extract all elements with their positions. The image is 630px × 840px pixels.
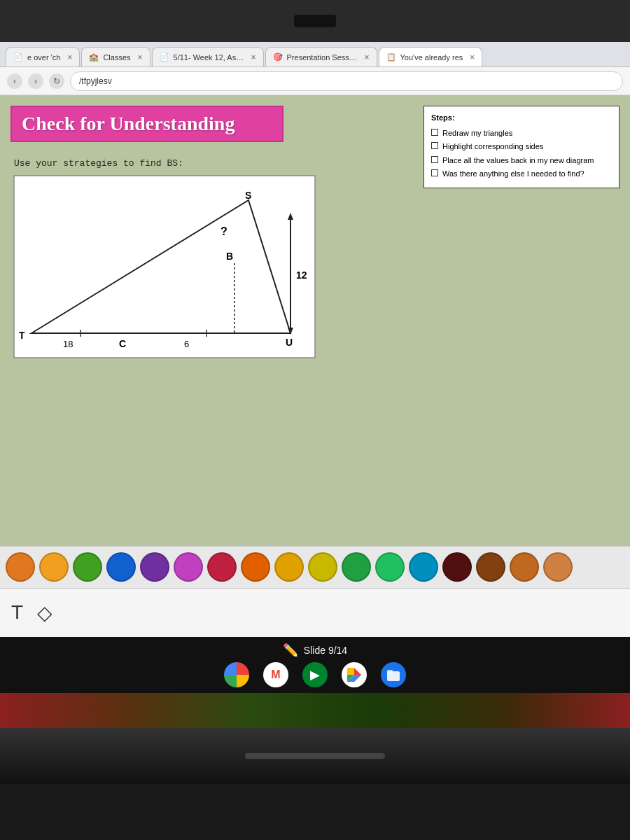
banner-text: Check for Understanding [22, 113, 234, 134]
tab-close-5[interactable]: × [470, 52, 475, 62]
laptop-bezel-bottom [0, 728, 630, 784]
gmail-letter: M [271, 668, 280, 681]
tab-close-2[interactable]: × [138, 52, 143, 62]
step-checkbox-3[interactable] [431, 156, 438, 163]
meet-icon-symbol: ▶ [310, 667, 320, 682]
label-T: T [19, 330, 25, 341]
subtitle: Use your strategies to find BS: [14, 158, 183, 169]
color-palette [0, 547, 630, 589]
step-item-4: Was there anything else I needed to find… [431, 168, 612, 181]
tab-label-5: You've already res [400, 53, 463, 62]
tab-label-1: e over 'ch [27, 53, 60, 62]
tab-assignment[interactable]: 📄 5/11- Week 12, Assignm × [152, 47, 264, 66]
step-checkbox-2[interactable] [431, 142, 438, 149]
steps-title: Steps: [431, 112, 612, 125]
tab-icon-2: 🏫 [89, 52, 99, 62]
color-dark-red[interactable] [442, 552, 472, 582]
play-taskbar-icon[interactable] [342, 662, 367, 687]
step-checkbox-1[interactable] [431, 129, 438, 136]
steps-box: Steps: Redraw my triangles Highlight cor… [424, 106, 620, 188]
tab-over-ch[interactable]: 📄 e over 'ch × [6, 47, 80, 66]
svg-marker-11 [347, 668, 354, 675]
decorative-strip [0, 693, 630, 728]
step-checkbox-4[interactable] [431, 169, 438, 176]
tab-label-2: Classes [103, 53, 130, 62]
url-text: /tfpyjlesv [79, 76, 112, 86]
slide-edit-icon: ✏️ [283, 643, 298, 658]
label-question: ? [220, 225, 227, 237]
step-label-2: Highlight corresponding sides [442, 141, 543, 153]
color-green[interactable] [73, 552, 102, 582]
address-bar[interactable]: /tfpyjlesv [70, 71, 623, 91]
step-label-3: Place all the values back in my new diag… [442, 155, 594, 167]
taskbar: ✏️ Slide 9/14 M ▶ [0, 637, 630, 693]
text-tool[interactable]: T [11, 601, 23, 624]
taskbar-icons: M ▶ [224, 662, 406, 687]
gmail-taskbar-icon[interactable]: M [263, 662, 288, 687]
color-yellow-green[interactable] [308, 552, 337, 582]
color-tan[interactable] [510, 552, 539, 582]
files-taskbar-icon[interactable] [381, 662, 406, 687]
step-item-1: Redraw my triangles [431, 127, 612, 140]
diamond-tool[interactable]: ◇ [37, 601, 52, 624]
color-red[interactable] [207, 552, 237, 582]
back-button[interactable]: ‹ [7, 74, 22, 89]
meet-taskbar-icon[interactable]: ▶ [302, 662, 328, 687]
content-area: Check for Understanding Steps: Redraw my… [0, 95, 630, 546]
screen: 📄 e over 'ch × 🏫 Classes × 📄 5/11- Week … [0, 42, 630, 637]
tab-youve-already[interactable]: 📋 You've already res × [379, 47, 483, 66]
diagram-area: S B ? T C U 12 18 6 [10, 172, 318, 368]
tab-icon-4: 🎯 [273, 52, 283, 62]
step-label-4: Was there anything else I needed to find… [442, 168, 584, 181]
color-mint[interactable] [375, 552, 405, 582]
forward-button[interactable]: › [28, 74, 43, 89]
tab-close-1[interactable]: × [67, 52, 72, 62]
color-dark-orange[interactable] [241, 552, 270, 582]
tab-icon-1: 📄 [13, 52, 23, 62]
color-emerald[interactable] [342, 552, 371, 582]
tab-icon-3: 📄 [160, 52, 169, 62]
color-amber[interactable] [39, 552, 69, 582]
tab-icon-5: 📋 [386, 52, 396, 62]
step-label-1: Redraw my triangles [442, 127, 512, 140]
laptop-hinge [245, 753, 385, 759]
svg-rect-14 [387, 670, 393, 673]
label-U: U [286, 337, 293, 348]
webcam [294, 15, 336, 27]
step-item-3: Place all the values back in my new diag… [431, 155, 612, 167]
reload-button[interactable]: ↻ [49, 74, 64, 89]
tab-label-4: Presentation Session St [287, 53, 358, 62]
color-gold[interactable] [274, 552, 304, 582]
label-B: B [226, 251, 233, 262]
color-peach[interactable] [543, 552, 573, 582]
chrome-taskbar-icon[interactable] [224, 662, 249, 687]
triangle-diagram: S B ? T C U 12 18 6 [10, 172, 318, 368]
tab-label-3: 5/11- Week 12, Assignm [174, 53, 244, 62]
step-item-2: Highlight corresponding sides [431, 141, 612, 153]
tab-close-3[interactable]: × [251, 52, 256, 62]
toolbar: T ◇ [0, 546, 630, 637]
color-cyan[interactable] [409, 552, 438, 582]
browser: 📄 e over 'ch × 🏫 Classes × 📄 5/11- Week … [0, 42, 630, 637]
color-orange[interactable] [6, 552, 35, 582]
tool-row: T ◇ [0, 589, 630, 637]
tab-classes[interactable]: 🏫 Classes × [81, 47, 150, 66]
check-for-understanding-banner: Check for Understanding [10, 106, 284, 142]
tab-bar: 📄 e over 'ch × 🏫 Classes × 📄 5/11- Week … [0, 42, 630, 67]
laptop-bezel-top [0, 0, 630, 42]
address-bar-row: ‹ › ↻ /tfpyjlesv [0, 67, 630, 95]
svg-rect-13 [387, 671, 400, 681]
tab-presentation[interactable]: 🎯 Presentation Session St × [265, 47, 377, 66]
label-S: S [245, 190, 251, 201]
label-C: C [119, 338, 126, 349]
color-brown[interactable] [476, 552, 505, 582]
tab-close-4[interactable]: × [365, 52, 370, 62]
slide-indicator-label: Slide 9/14 [304, 645, 347, 656]
color-blue[interactable] [106, 552, 136, 582]
color-purple[interactable] [140, 552, 169, 582]
files-icon-svg [386, 667, 401, 682]
label-18: 18 [63, 339, 73, 349]
label-12: 12 [296, 270, 307, 281]
color-violet[interactable] [174, 552, 203, 582]
play-store-icon-svg [344, 665, 364, 685]
